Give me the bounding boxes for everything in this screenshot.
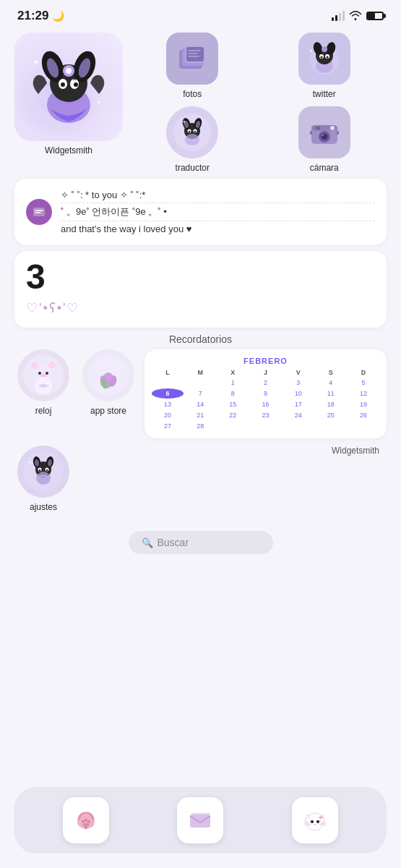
- svg-point-66: [38, 372, 41, 375]
- traductor-label: traductor: [176, 163, 210, 173]
- cal-header-j: J: [249, 368, 281, 377]
- camara-label: cámara: [310, 163, 339, 173]
- bottom-app-row2: ✦ ajustes Widgetsmith: [14, 446, 387, 512]
- svg-text:✦: ✦: [33, 57, 40, 67]
- svg-point-33: [322, 46, 327, 52]
- app-reloj[interactable]: reloj: [14, 349, 72, 416]
- svg-point-31: [320, 56, 322, 59]
- cal-day-11[interactable]: 11: [315, 388, 347, 399]
- svg-rect-57: [33, 208, 45, 216]
- svg-text:✦: ✦: [96, 98, 102, 106]
- traductor-icon: ✦: [166, 106, 218, 158]
- svg-point-85: [46, 469, 48, 471]
- cal-header-x: X: [217, 368, 249, 377]
- number-display: 3: [26, 260, 375, 294]
- appstore-label: app store: [90, 406, 126, 416]
- cal-day-26[interactable]: 26: [348, 410, 379, 420]
- widgetsmith-label: Widgetsmith: [45, 145, 92, 156]
- search-area: 🔍 Buscar: [0, 522, 401, 563]
- cal-day-6[interactable]: 6: [152, 388, 184, 399]
- svg-point-105: [316, 820, 319, 823]
- cal-day-4[interactable]: 4: [315, 378, 347, 388]
- cal-day-20[interactable]: 20: [152, 410, 184, 420]
- cal-day-24[interactable]: 24: [283, 410, 314, 420]
- svg-point-90: [82, 820, 85, 823]
- cal-day-15[interactable]: 15: [217, 399, 249, 409]
- cal-day-21[interactable]: 21: [184, 410, 216, 420]
- search-bar[interactable]: 🔍 Buscar: [129, 531, 273, 554]
- svg-point-104: [311, 820, 314, 823]
- dock-phone[interactable]: [63, 797, 109, 843]
- number-widget: 3 ♡'•ʕ•'♡: [14, 251, 387, 328]
- svg-point-32: [326, 56, 328, 59]
- svg-rect-55: [310, 131, 312, 135]
- cal-day-14[interactable]: 14: [184, 399, 216, 409]
- widgets-area: ✧ ˚ ˚: * to you ✧ ˚ ˚:* ˚ 。9e˚ 언하이픈 ˚9e …: [0, 173, 401, 512]
- svg-point-45: [185, 134, 199, 145]
- svg-text:✦: ✦: [182, 119, 186, 124]
- app-ajustes[interactable]: ✦ ajustes: [14, 446, 72, 512]
- svg-rect-56: [337, 131, 339, 135]
- svg-point-84: [39, 469, 40, 471]
- svg-point-44: [194, 131, 196, 132]
- camara-icon: [298, 106, 350, 158]
- svg-text:✧: ✧: [40, 103, 45, 110]
- cal-day-23[interactable]: 23: [249, 410, 281, 420]
- music-icon: [26, 199, 52, 225]
- reloj-label: reloj: [35, 406, 52, 416]
- battery-icon: [366, 12, 384, 20]
- cal-day-22[interactable]: 22: [217, 410, 249, 420]
- svg-rect-98: [191, 813, 210, 814]
- svg-rect-22: [188, 53, 198, 54]
- cal-header-v: V: [283, 368, 314, 377]
- svg-point-64: [31, 362, 38, 369]
- signal-icon: [332, 11, 345, 21]
- music-texts: ✧ ˚ ˚: * to you ✧ ˚ ˚:* ˚ 。9e˚ 언하이픈 ˚9e …: [61, 187, 375, 237]
- cal-day-19[interactable]: 19: [348, 399, 379, 409]
- app-appstore[interactable]: app store: [79, 349, 137, 416]
- app-twitter[interactable]: ✦ twitter: [262, 33, 387, 99]
- svg-text:✦: ✦: [309, 48, 314, 54]
- dock: [14, 787, 387, 854]
- svg-point-95: [85, 826, 87, 829]
- cal-day-13[interactable]: 13: [152, 399, 184, 409]
- cal-day-2[interactable]: 2: [249, 378, 281, 388]
- cal-day-7[interactable]: 7: [184, 388, 216, 399]
- music-line-2: ˚ 。9e˚ 언하이픈 ˚9e 。˚ •: [61, 203, 375, 221]
- svg-point-52: [322, 135, 324, 136]
- cal-day-12[interactable]: 12: [348, 388, 379, 399]
- cal-header-s: S: [315, 368, 347, 377]
- cal-day-10[interactable]: 10: [283, 388, 314, 399]
- widgetsmith-bottom-label: Widgetsmith: [332, 446, 379, 456]
- svg-rect-54: [316, 127, 320, 129]
- svg-point-106: [314, 824, 316, 825]
- dock-hellokitty[interactable]: [292, 797, 338, 843]
- cal-day-18[interactable]: 18: [315, 399, 347, 409]
- bottom-app-row: reloj app store FEBRERO: [14, 349, 387, 438]
- cal-day-28[interactable]: 28: [184, 421, 216, 431]
- app-camara[interactable]: cámara: [262, 106, 387, 173]
- search-icon: 🔍: [142, 537, 153, 548]
- app-fotos[interactable]: fotos: [130, 33, 255, 99]
- app-traductor[interactable]: ✦ traductor: [130, 106, 255, 173]
- cal-day-1[interactable]: 1: [217, 378, 249, 388]
- cal-day-5[interactable]: 5: [348, 378, 379, 388]
- dock-mail[interactable]: [177, 797, 223, 843]
- cal-day-3[interactable]: 3: [283, 378, 314, 388]
- svg-rect-97: [190, 814, 210, 827]
- svg-point-10: [74, 82, 78, 87]
- number-deco: ♡'•ʕ•'♡: [26, 300, 375, 316]
- cal-day-17[interactable]: 17: [283, 399, 314, 409]
- cal-day-empty2: -: [184, 378, 216, 388]
- cal-day-27[interactable]: 27: [152, 421, 184, 431]
- status-time: 21:29: [17, 9, 48, 23]
- fotos-icon: [166, 33, 218, 85]
- cal-header-m: M: [184, 368, 216, 377]
- cal-day-8[interactable]: 8: [217, 388, 249, 399]
- status-bar: 21:29 🌙: [0, 0, 401, 29]
- search-placeholder: Buscar: [158, 537, 189, 548]
- app-widgetsmith[interactable]: ✕ ✦ ✦ ✧ Widgetsmith: [14, 33, 123, 173]
- cal-day-16[interactable]: 16: [249, 399, 281, 409]
- cal-day-25[interactable]: 25: [315, 410, 347, 420]
- cal-day-9[interactable]: 9: [249, 388, 281, 399]
